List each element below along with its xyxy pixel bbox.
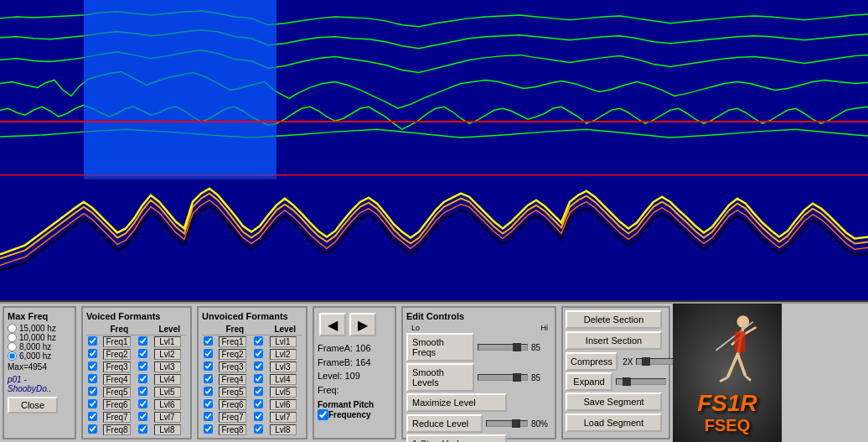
unvoiced-lvl-btn-5[interactable]: Lvl5 — [270, 387, 297, 398]
unvoiced-freq-btn-2[interactable]: Freq2 — [219, 349, 245, 360]
save-segment-button[interactable]: Save Segment — [566, 393, 662, 411]
expand-button[interactable]: Expand — [566, 372, 612, 391]
prev-button[interactable]: ◀ — [319, 313, 346, 336]
smooth-levels-slider[interactable] — [478, 374, 528, 381]
unvoiced-lvl-check-8[interactable] — [254, 424, 263, 434]
voiced-lvl-btn-6[interactable]: Lvl6 — [154, 399, 181, 410]
unvoiced-freq-check-6[interactable] — [204, 399, 213, 408]
unvoiced-freq-btn-7[interactable]: Freq7 — [219, 412, 245, 423]
voiced-lvl-check-4[interactable] — [138, 374, 147, 383]
unvoiced-lvl-btn-4[interactable]: Lvl4 — [270, 374, 297, 385]
unvoiced-row-3: Freq3 Lvl3 — [202, 361, 302, 373]
unvoiced-lvl-btn-7[interactable]: Lvl7 — [270, 412, 297, 423]
unvoiced-freq-check-4[interactable] — [204, 374, 213, 383]
voiced-lvl-check-5[interactable] — [138, 387, 147, 396]
voiced-freq-check-3[interactable] — [88, 361, 97, 371]
unvoiced-lvl-check-1[interactable] — [254, 336, 263, 346]
voiced-freq-btn-1[interactable]: Freq1 — [103, 336, 130, 347]
reduce-level-slider[interactable] — [486, 420, 528, 427]
unvoiced-freq-check-1[interactable] — [204, 336, 213, 346]
voiced-freq-check-6[interactable] — [88, 399, 97, 408]
expand-slider[interactable] — [616, 378, 666, 385]
smooth-freqs-button[interactable]: Smooth Freqs — [406, 333, 474, 361]
unvoiced-freq-check-2[interactable] — [204, 349, 213, 358]
reduce-level-pct: 80% — [531, 419, 551, 429]
voiced-title: Voiced Formants — [86, 311, 187, 321]
svg-line-9 — [737, 354, 745, 376]
voiced-freq-btn-5[interactable]: Freq5 — [103, 387, 130, 398]
voiced-freq-check-4[interactable] — [88, 374, 97, 383]
freq-8000-label[interactable]: 8,000 hz — [8, 342, 71, 351]
maximize-level-button[interactable]: Maximize Level — [406, 393, 507, 412]
voiced-freq-btn-4[interactable]: Freq4 — [103, 374, 130, 385]
insert-section-button[interactable]: Insert Section — [566, 331, 662, 350]
voiced-freq-btn-8[interactable]: Freq8 — [103, 424, 130, 435]
reduce-level-row: Reduce Level 80% — [406, 414, 551, 433]
frequency-checkbox[interactable] — [318, 409, 328, 420]
voiced-freq-btn-2[interactable]: Freq2 — [103, 349, 130, 360]
unvoiced-lvl-btn-8[interactable]: Lvl8 — [270, 424, 297, 435]
unvoiced-row-4: Freq4 Lvl4 — [202, 373, 302, 386]
unvoiced-freq-btn-5[interactable]: Freq5 — [219, 387, 245, 398]
voiced-freq-check-1[interactable] — [88, 336, 97, 346]
voiced-lvl-btn-5[interactable]: Lvl5 — [154, 387, 181, 398]
unvoiced-freq-btn-6[interactable]: Freq6 — [219, 399, 245, 410]
unvoiced-freq-check-8[interactable] — [204, 424, 213, 434]
voiced-lvl-check-3[interactable] — [138, 361, 147, 371]
close-button[interactable]: Close — [8, 397, 58, 413]
unvoiced-freq-btn-3[interactable]: Freq3 — [219, 361, 245, 372]
compress-slider[interactable] — [636, 358, 678, 365]
voiced-freq-check-5[interactable] — [88, 387, 97, 396]
unvoiced-lvl-btn-6[interactable]: Lvl6 — [270, 399, 297, 410]
unvoiced-lvl-check-3[interactable] — [254, 361, 263, 371]
voiced-lvl-btn-7[interactable]: Lvl7 — [154, 412, 181, 423]
unvoiced-lvl-check-6[interactable] — [254, 399, 263, 408]
frequency-check-label[interactable]: Frequency — [318, 409, 374, 420]
unvoiced-lvl-check-2[interactable] — [254, 349, 263, 358]
smooth-levels-button[interactable]: Smooth Levels — [406, 363, 474, 392]
voiced-freq-btn-6[interactable]: Freq6 — [103, 399, 130, 410]
unvoiced-freq-btn-4[interactable]: Freq4 — [219, 374, 245, 385]
freq-15000-radio[interactable] — [8, 324, 17, 333]
load-segment-button[interactable]: Load Segment — [566, 413, 662, 432]
undo-button[interactable]: 1-Step Undo — [406, 434, 507, 442]
unvoiced-lvl-btn-3[interactable]: Lvl3 — [270, 361, 297, 372]
unvoiced-freq-check-3[interactable] — [204, 361, 213, 371]
voiced-lvl-check-6[interactable] — [138, 399, 147, 408]
freq-8000-radio[interactable] — [8, 342, 17, 351]
freq-6000-label[interactable]: 6,000 hz — [8, 351, 71, 361]
unvoiced-freq-btn-8[interactable]: Freq8 — [219, 424, 245, 435]
unvoiced-lvl-check-7[interactable] — [254, 412, 263, 421]
smooth-freqs-slider[interactable] — [478, 344, 528, 351]
freq-15000-label[interactable]: 15,000 hz — [8, 324, 71, 333]
waveform-area[interactable] — [0, 0, 868, 302]
unvoiced-lvl-btn-1[interactable]: Lvl1 — [270, 336, 297, 347]
unvoiced-freq-check-5[interactable] — [204, 387, 213, 396]
unvoiced-freq-btn-1[interactable]: Freq1 — [219, 336, 245, 347]
reduce-level-button[interactable]: Reduce Level — [406, 414, 483, 433]
freq-10000-radio[interactable] — [8, 333, 17, 342]
voiced-lvl-btn-3[interactable]: Lvl3 — [154, 361, 181, 372]
voiced-freq-btn-3[interactable]: Freq3 — [103, 361, 130, 372]
voiced-lvl-check-1[interactable] — [138, 336, 147, 346]
unvoiced-lvl-check-4[interactable] — [254, 374, 263, 383]
freq-6000-radio[interactable] — [8, 351, 17, 361]
voiced-lvl-btn-8[interactable]: Lvl8 — [154, 424, 181, 435]
voiced-lvl-btn-4[interactable]: Lvl4 — [154, 374, 181, 385]
voiced-freq-btn-7[interactable]: Freq7 — [103, 412, 130, 423]
delete-section-button[interactable]: Delete Section — [566, 310, 662, 329]
voiced-freq-check-8[interactable] — [88, 424, 97, 434]
voiced-lvl-btn-2[interactable]: Lvl2 — [154, 349, 181, 360]
voiced-freq-check-7[interactable] — [88, 412, 97, 421]
freq-10000-label[interactable]: 10,000 hz — [8, 333, 71, 342]
voiced-lvl-check-7[interactable] — [138, 412, 147, 421]
voiced-freq-check-2[interactable] — [88, 349, 97, 358]
next-button[interactable]: ▶ — [349, 313, 376, 336]
unvoiced-lvl-check-5[interactable] — [254, 387, 263, 396]
unvoiced-lvl-btn-2[interactable]: Lvl2 — [270, 349, 297, 360]
voiced-lvl-check-2[interactable] — [138, 349, 147, 358]
voiced-lvl-btn-1[interactable]: Lvl1 — [154, 336, 181, 347]
voiced-lvl-check-8[interactable] — [138, 424, 147, 434]
compress-button[interactable]: Compress — [566, 352, 617, 371]
unvoiced-freq-check-7[interactable] — [204, 412, 213, 421]
